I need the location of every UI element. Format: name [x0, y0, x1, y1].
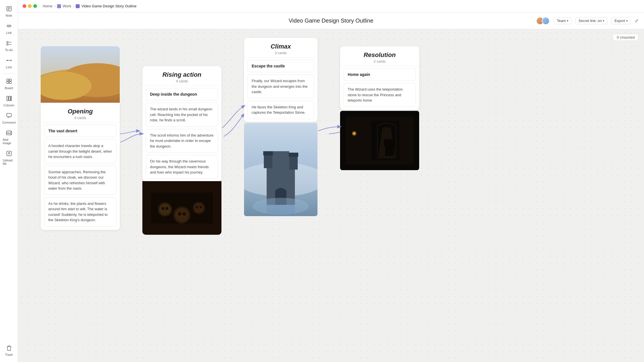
svg-rect-14 — [9, 82, 11, 84]
sidebar-line-label: Line — [6, 65, 12, 69]
traffic-light-green[interactable] — [33, 4, 37, 8]
traffic-light-red[interactable] — [23, 4, 26, 8]
uploadfile-icon — [6, 150, 12, 158]
opening-header: Opening 4 cards — [41, 103, 120, 122]
sidebar-item-line[interactable]: Line — [1, 55, 17, 71]
rising-card-2[interactable]: The wizard lands in his small dungeon ce… — [146, 103, 218, 127]
resolution-card-container: Resolution 2 cards Home again The Wizard… — [340, 46, 419, 110]
climax-header: Climax 3 cards — [244, 38, 317, 58]
opening-card-4-text: As he drinks, the plants and flowers aro… — [48, 201, 108, 222]
canvas[interactable]: 0 Unsorted — [18, 29, 644, 362]
opening-card-3[interactable]: Sunrise approaches. Removing the hood of… — [44, 166, 116, 195]
climax-card-3[interactable]: He faces the Skeleton King and captures … — [247, 101, 314, 119]
svg-point-9 — [6, 60, 8, 61]
rising-card-3[interactable]: The scroll informs him of the adventure … — [146, 129, 218, 153]
work-folder-icon — [57, 4, 61, 8]
svg-rect-15 — [7, 96, 8, 101]
sidebar-item-uploadfile[interactable]: Upload file — [1, 148, 17, 168]
breadcrumb-home[interactable]: Home — [43, 4, 53, 8]
link-icon — [6, 23, 12, 30]
climax-card-3-text: He faces the Skeleton King and captures … — [252, 105, 306, 115]
todo-icon — [6, 40, 12, 48]
topbar-right: Team ▾ Secret link: on ▾ Export ▾ ⤢ — [536, 17, 638, 25]
svg-rect-46 — [264, 154, 272, 168]
opening-card-1[interactable]: The vast desert — [44, 125, 116, 137]
svg-point-38 — [182, 212, 186, 216]
breadcrumb: Home › Work › Video Game Design Story Ou… — [43, 4, 136, 8]
climax-card-2[interactable]: Finally, our Wizard escapes from the dun… — [247, 74, 314, 98]
opening-column: Opening 4 cards The vast desert A hooded… — [41, 46, 120, 230]
rising-action-column: Rising action 4 cards Deep inside the du… — [142, 66, 221, 235]
opening-card-4[interactable]: As he drinks, the plants and flowers aro… — [44, 197, 116, 227]
svg-rect-17 — [11, 96, 12, 101]
sidebar-item-column[interactable]: Column — [1, 93, 17, 109]
chevron-down-icon-3: ▾ — [626, 19, 628, 22]
expand-icon[interactable]: ⤢ — [635, 18, 638, 23]
sidebar-item-note[interactable]: Note — [1, 3, 17, 19]
traffic-lights — [23, 4, 37, 8]
secret-link-label: Secret link: on — [578, 19, 602, 23]
svg-rect-49 — [263, 151, 273, 155]
sidebar-item-todo[interactable]: To-do — [1, 38, 17, 54]
main-area: Home › Work › Video Game Design Story Ou… — [18, 0, 644, 362]
team-button[interactable]: Team ▾ — [554, 17, 571, 24]
svg-rect-52 — [267, 205, 295, 216]
climax-card-1-text: Escape the castle — [252, 64, 285, 68]
rising-count: 4 cards — [148, 79, 216, 83]
traffic-light-yellow[interactable] — [28, 4, 32, 8]
sidebar-item-addimage[interactable]: Add image — [1, 128, 17, 147]
climax-card-container: Climax 3 cards Escape the castle Finally… — [244, 38, 317, 122]
sidebar-addimage-label: Add image — [3, 138, 15, 145]
resolution-card-1[interactable]: Home again — [343, 68, 416, 81]
sidebar-item-trash[interactable]: Trash — [1, 343, 17, 359]
rising-card-3-text: The scroll informs him of the adventure … — [150, 133, 214, 148]
sidebar-column-label: Column — [4, 104, 14, 107]
sidebar-uploadfile-label: Upload file — [3, 159, 15, 165]
svg-rect-50 — [289, 153, 298, 157]
export-button[interactable]: Export ▾ — [611, 17, 631, 24]
svg-point-20 — [8, 132, 8, 133]
svg-rect-13 — [7, 82, 9, 84]
rising-card-4[interactable]: On his way through the cavernous dungeon… — [146, 155, 218, 179]
rising-card-container: Rising action 4 cards Deep inside the du… — [142, 66, 221, 181]
climax-card-1[interactable]: Escape the castle — [247, 60, 314, 72]
secret-link-button[interactable]: Secret link: on ▾ — [575, 17, 607, 24]
sidebar-link-label: Link — [6, 31, 12, 34]
rising-card-1[interactable]: Deep inside the dungeon — [146, 88, 218, 100]
sidebar-item-comment[interactable]: Comment — [1, 110, 17, 126]
line-icon — [6, 57, 12, 65]
trash-icon — [6, 345, 12, 352]
addimage-icon — [6, 130, 12, 137]
sidebar-note-label: Note — [6, 14, 12, 17]
titlebar: Home › Work › Video Game Design Story Ou… — [18, 0, 644, 12]
chevron-down-icon-2: ▾ — [603, 19, 604, 22]
page-title: Video Game Design Story Outline — [289, 17, 373, 24]
team-avatars — [536, 17, 550, 25]
home-image — [340, 111, 419, 170]
resolution-card-2[interactable]: The Wizard uses the teleportation stone … — [343, 83, 416, 107]
dungeon-image — [142, 181, 221, 235]
page-folder-icon — [76, 4, 80, 8]
climax-count: 3 cards — [250, 51, 312, 55]
climax-title: Climax — [250, 43, 312, 50]
svg-point-42 — [200, 206, 202, 208]
opening-card-2-text: A hooded character travels atop a camel … — [48, 144, 112, 159]
svg-rect-59 — [384, 139, 395, 146]
rising-header: Rising action 4 cards — [142, 66, 221, 86]
svg-point-41 — [196, 206, 198, 208]
svg-rect-58 — [385, 145, 394, 156]
unsorted-badge[interactable]: 0 Unsorted — [613, 34, 638, 41]
sidebar-trash-label: Trash — [5, 353, 13, 356]
climax-card-2-text: Finally, our Wizard escapes from the dun… — [252, 79, 308, 94]
opening-card-2[interactable]: A hooded character travels atop a camel … — [44, 139, 116, 163]
sidebar-item-board[interactable]: Board — [1, 76, 17, 92]
breadcrumb-work[interactable]: Work — [63, 4, 71, 8]
svg-point-57 — [353, 132, 355, 135]
sidebar-todo-label: To-do — [5, 48, 13, 52]
rising-card-2-text: The wizard lands in his small dungeon ce… — [150, 107, 212, 122]
sidebar-item-link[interactable]: Link — [1, 21, 17, 37]
note-icon — [6, 6, 12, 13]
opening-card-container: Opening 4 cards The vast desert A hooded… — [41, 103, 120, 230]
resolution-column: Resolution 2 cards Home again The Wizard… — [340, 46, 419, 170]
svg-point-40 — [194, 203, 204, 213]
